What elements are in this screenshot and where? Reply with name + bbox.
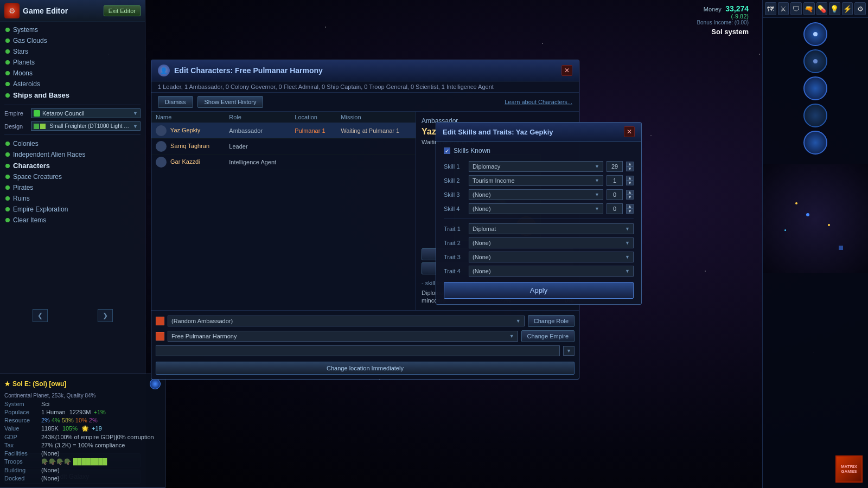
skill4-row: Skill 4 (None) ▼ ▲ ▼ bbox=[444, 203, 634, 214]
nav-item-colonies[interactable]: Colonies bbox=[0, 138, 145, 149]
skill1-up-button[interactable]: ▲ bbox=[626, 162, 634, 166]
skill4-dropdown-arrow: ▼ bbox=[595, 206, 599, 211]
col-header-name: Name bbox=[151, 112, 225, 123]
design-select[interactable]: Small Freighter (DT1000 Light Trader) ▼ bbox=[31, 121, 141, 131]
skill4-select[interactable]: (None) ▼ bbox=[469, 203, 603, 214]
top-right-hud: Money 33,274 (-9.82) Bonus Income: (0.00… bbox=[697, 4, 749, 36]
toolbar-icon-map[interactable]: 🗺 bbox=[765, 2, 776, 15]
trait4-select[interactable]: (None) ▼ bbox=[469, 266, 634, 277]
nav-item-gas-clouds[interactable]: Gas Clouds bbox=[0, 35, 145, 46]
show-event-history-button[interactable]: Show Event History bbox=[197, 96, 264, 108]
toolbar-icon-combat[interactable]: ⚔ bbox=[778, 2, 789, 15]
skill3-stepper: ▲ ▼ bbox=[626, 190, 634, 200]
nav-circle-5[interactable] bbox=[803, 131, 827, 155]
toolbar-icon-shield[interactable]: 🛡 bbox=[790, 2, 802, 15]
nav-circle-1[interactable] bbox=[803, 22, 827, 46]
toolbar-icon-power[interactable]: ⚡ bbox=[842, 2, 853, 15]
planet-panel: ★ Sol E: (Sol) [owu] Continental Planet,… bbox=[0, 374, 165, 488]
nav-item-ships-bases[interactable]: Ships and Bases bbox=[0, 89, 145, 101]
empire-dropdown-arrow: ▼ bbox=[133, 111, 138, 116]
toolbar-icon-research[interactable]: 💡 bbox=[829, 2, 840, 15]
skills-known-checkbox[interactable]: ✓ bbox=[444, 147, 450, 154]
nav-item-characters[interactable]: Characters bbox=[0, 160, 145, 171]
nav-item-alien-races[interactable]: Independent Alien Races bbox=[0, 149, 145, 160]
col-header-mission: Mission bbox=[336, 112, 416, 123]
skill3-value-input[interactable] bbox=[607, 189, 623, 200]
planet-value-row: Value 1185K 105% 🌟 +19 bbox=[4, 425, 161, 432]
skills-body: ✓ Skills Known Skill 1 Diplomacy ▼ ▲ ▼ S… bbox=[436, 142, 641, 304]
char-role-cell: Ambassador bbox=[225, 123, 290, 139]
exit-editor-button[interactable]: Exit Editor bbox=[104, 5, 141, 16]
location-input[interactable] bbox=[156, 345, 560, 356]
skill3-row: Skill 3 (None) ▼ ▲ ▼ bbox=[444, 189, 634, 200]
dismiss-button[interactable]: Dismiss bbox=[158, 96, 193, 108]
trait3-select[interactable]: (None) ▼ bbox=[469, 252, 634, 262]
nav-item-moons[interactable]: Moons bbox=[0, 68, 145, 79]
nav-dot bbox=[5, 49, 10, 54]
role-control-row: (Random Ambassador) ▼ Change Role bbox=[156, 315, 575, 327]
nav-item-stars[interactable]: Stars bbox=[0, 46, 145, 57]
planet-tax-row: Tax 27% (3.2K) = 100% compliance bbox=[4, 442, 161, 448]
nav-item-empire-exploration[interactable]: Empire Exploration bbox=[0, 204, 145, 215]
skills-close-button[interactable]: ✕ bbox=[624, 126, 635, 137]
skill4-value-input[interactable] bbox=[607, 203, 623, 214]
skill2-select[interactable]: Tourism Income ▼ bbox=[469, 175, 603, 186]
nav-dot bbox=[5, 60, 10, 65]
trait3-label: Trait 3 bbox=[444, 254, 465, 260]
planet-docked-row: Docked (None) bbox=[4, 475, 161, 481]
toolbar-icon-health[interactable]: 💊 bbox=[816, 2, 828, 15]
empire-select[interactable]: Ketarov Council ▼ bbox=[31, 108, 141, 118]
trait1-select[interactable]: Diplomat ▼ bbox=[469, 223, 634, 234]
change-empire-button[interactable]: Change Empire bbox=[521, 330, 575, 342]
planet-title: ★ Sol E: (Sol) [owu] bbox=[4, 378, 161, 389]
app-title: Game Editor bbox=[23, 7, 104, 15]
nav-next-button[interactable]: ❯ bbox=[98, 309, 113, 322]
nav-circle-3[interactable] bbox=[803, 76, 827, 100]
table-row[interactable]: Sarriq Taghran Leader bbox=[151, 139, 416, 155]
table-row[interactable]: Yaz Gepkiy Ambassador Pulmanar 1 Waiting… bbox=[151, 123, 416, 139]
nav-prev-button[interactable]: ❮ bbox=[33, 309, 48, 322]
map-dot-sol bbox=[806, 213, 809, 216]
skill1-row: Skill 1 Diplomacy ▼ ▲ ▼ bbox=[444, 161, 634, 172]
map-marker bbox=[839, 246, 843, 250]
skill3-down-button[interactable]: ▼ bbox=[626, 195, 634, 200]
skill2-down-button[interactable]: ▼ bbox=[626, 181, 634, 185]
map-dot-1 bbox=[795, 202, 797, 204]
toolbar-icon-settings[interactable]: ⚙ bbox=[854, 2, 866, 15]
nav-item-ruins[interactable]: Ruins bbox=[0, 193, 145, 204]
dialog-info: 1 Leader, 1 Ambassador, 0 Colony Governo… bbox=[151, 81, 579, 93]
skill2-up-button[interactable]: ▲ bbox=[626, 176, 634, 181]
table-row[interactable]: Gar Kazzdi Intelligence Agent bbox=[151, 155, 416, 170]
nav-circle-2[interactable] bbox=[803, 49, 827, 73]
nav-item-space-creatures[interactable]: Space Creatures bbox=[0, 171, 145, 182]
skill1-value-input[interactable] bbox=[607, 161, 623, 172]
apply-button[interactable]: Apply bbox=[444, 282, 634, 299]
nav-item-pirates[interactable]: Pirates bbox=[0, 182, 145, 193]
skill2-value-input[interactable] bbox=[607, 175, 623, 186]
nav-circle-4[interactable] bbox=[803, 104, 827, 127]
empire-control-select[interactable]: Free Pulmanar Harmony ▼ bbox=[168, 331, 518, 342]
skill4-down-button[interactable]: ▼ bbox=[626, 209, 634, 214]
skill3-up-button[interactable]: ▲ bbox=[626, 190, 634, 195]
toolbar-icon-weapon[interactable]: 🔫 bbox=[803, 2, 815, 15]
skill1-down-button[interactable]: ▼ bbox=[626, 166, 634, 171]
change-location-button[interactable]: Change location Immediately bbox=[156, 362, 575, 375]
nav-item-planets[interactable]: Planets bbox=[0, 57, 145, 68]
change-role-button[interactable]: Change Role bbox=[528, 315, 575, 327]
edit-skills-dialog: Edit Skills and Traits: Yaz Gepkiy ✕ ✓ S… bbox=[436, 122, 642, 305]
trait4-label: Trait 4 bbox=[444, 268, 465, 274]
trait2-select[interactable]: (None) ▼ bbox=[469, 237, 634, 248]
trait2-label: Trait 2 bbox=[444, 240, 465, 246]
skill4-up-button[interactable]: ▲ bbox=[626, 204, 634, 209]
close-dialog-button[interactable]: ✕ bbox=[561, 65, 572, 76]
learn-characters-link[interactable]: Learn about Characters... bbox=[505, 96, 572, 108]
skill3-select[interactable]: (None) ▼ bbox=[469, 189, 603, 200]
nav-item-asteroids[interactable]: Asteroids bbox=[0, 79, 145, 89]
role-select[interactable]: (Random Ambassador) ▼ bbox=[168, 316, 525, 326]
skill1-select[interactable]: Diplomacy ▼ bbox=[469, 161, 603, 172]
nav-item-clear-items[interactable]: Clear Items bbox=[0, 215, 145, 226]
location-dropdown-arrow: ▼ bbox=[563, 346, 575, 356]
nav-dot bbox=[5, 207, 10, 211]
nav-item-systems[interactable]: Systems bbox=[0, 24, 145, 35]
nav-dot bbox=[5, 38, 10, 43]
